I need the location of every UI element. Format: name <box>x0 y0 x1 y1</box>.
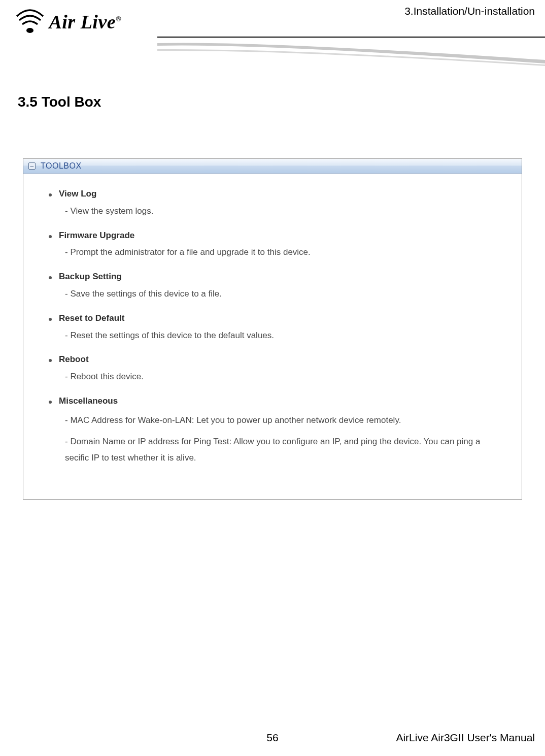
header-swoosh <box>157 41 545 66</box>
item-title[interactable]: Backup Setting <box>59 271 122 283</box>
item-desc: - Reset the settings of this device to t… <box>65 330 496 342</box>
brand-logo: Air Live® <box>15 9 157 50</box>
item-desc: - MAC Address for Wake-on-LAN: Let you t… <box>65 412 496 429</box>
panel-title: TOOLBOX <box>41 161 82 171</box>
logo-text: Air Live® <box>49 11 121 33</box>
item-desc: - Save the settings of this device to a … <box>65 288 496 300</box>
item-backup-setting: Backup Setting - Save the settings of th… <box>49 271 496 300</box>
wifi-icon <box>15 9 45 35</box>
item-desc: - Reboot this device. <box>65 371 496 383</box>
item-desc: - View the system logs. <box>65 205 496 217</box>
header-divider <box>157 37 545 38</box>
chapter-label: 3.Installation/Un-installation <box>404 5 535 17</box>
item-title[interactable]: Reset to Default <box>59 312 124 324</box>
page-header: 3.Installation/Un-installation Air Live® <box>0 0 545 66</box>
panel-body: View Log - View the system logs. Firmwar… <box>23 174 522 499</box>
item-title[interactable]: View Log <box>59 188 96 200</box>
panel-header[interactable]: – TOOLBOX <box>23 159 522 174</box>
bullet-icon <box>49 359 52 362</box>
item-desc: - Prompt the administrator for a file an… <box>65 246 496 258</box>
item-title[interactable]: Firmware Upgrade <box>59 229 134 242</box>
section-title: 3.5 Tool Box <box>18 94 545 110</box>
item-miscellaneous: Miscellaneous - MAC Address for Wake-on-… <box>49 395 496 467</box>
item-reset-to-default: Reset to Default - Reset the settings of… <box>49 312 496 342</box>
page-number: 56 <box>266 732 278 744</box>
collapse-icon[interactable]: – <box>28 162 36 170</box>
bullet-icon <box>49 193 52 196</box>
item-view-log: View Log - View the system logs. <box>49 188 496 217</box>
bullet-icon <box>49 401 52 404</box>
page-footer: 56 AirLive Air3GII User's Manual <box>0 732 545 744</box>
svg-point-0 <box>26 28 33 33</box>
bullet-icon <box>49 318 52 321</box>
item-firmware-upgrade: Firmware Upgrade - Prompt the administra… <box>49 229 496 259</box>
bullet-icon <box>49 235 52 238</box>
toolbox-panel: – TOOLBOX View Log - View the system log… <box>23 158 522 500</box>
item-desc: - Domain Name or IP address for Ping Tes… <box>65 434 496 467</box>
item-reboot: Reboot - Reboot this device. <box>49 353 496 383</box>
item-title[interactable]: Reboot <box>59 353 89 366</box>
manual-title: AirLive Air3GII User's Manual <box>396 732 535 744</box>
item-title[interactable]: Miscellaneous <box>59 395 118 407</box>
bullet-icon <box>49 276 52 279</box>
